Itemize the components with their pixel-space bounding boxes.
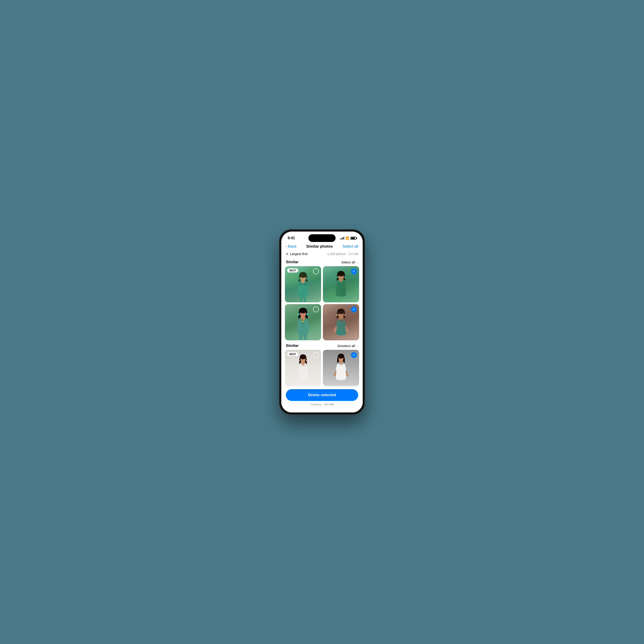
photo-2-selection[interactable] (351, 268, 357, 274)
status-time: 9:41 (288, 236, 295, 240)
photo-1-best-badge: BEST (287, 268, 298, 272)
section-2-header: Similar Deselect all ⌄ (285, 341, 359, 350)
status-icons: 📶 (340, 237, 356, 240)
section-2-photo-grid: BEST (285, 350, 359, 386)
svg-point-24 (299, 360, 300, 361)
photo-item-1[interactable]: BEST (285, 266, 321, 302)
svg-point-14 (298, 313, 300, 315)
section-2-chevron-icon: ⌄ (356, 344, 358, 347)
photo-item-5[interactable]: BEST (285, 350, 321, 386)
phone-screen: 9:41 📶 ‹ Back Similar photos Select all (281, 232, 363, 412)
section-1-photo-grid: BEST (285, 266, 359, 340)
photo-item-2[interactable] (323, 266, 359, 302)
phone-frame: 9:41 📶 ‹ Back Similar photos Select all (279, 229, 365, 415)
sort-bar: ⇅ Largest first 1,000 photos · 2.4 GB (281, 251, 363, 258)
svg-rect-23 (302, 363, 305, 365)
photo-item-6[interactable] (323, 350, 359, 386)
bottom-info: 3 photos · 300 MB (286, 403, 358, 406)
svg-point-25 (306, 360, 307, 361)
svg-point-11 (299, 308, 307, 313)
svg-rect-28 (339, 362, 342, 364)
section-1-title: Similar (286, 260, 299, 264)
svg-point-22 (300, 354, 306, 359)
photo-item-4[interactable] (323, 304, 359, 340)
svg-point-27 (338, 354, 344, 359)
section-1-action-label: Select all (341, 260, 355, 264)
section-2-deselect-all-button[interactable]: Deselect all ⌄ (337, 344, 358, 348)
wifi-icon: 📶 (346, 237, 349, 240)
section-2-title: Similar (286, 343, 299, 348)
photo-6-selection[interactable] (351, 352, 357, 358)
photo-5-selection[interactable] (313, 352, 319, 358)
sort-label: Largest first (290, 252, 308, 256)
photo-5-best-badge: BEST (287, 352, 298, 356)
photo-4-selection[interactable] (351, 306, 357, 312)
photo-item-3[interactable] (285, 304, 321, 340)
bottom-action-area: Delete selected 3 photos · 300 MB (281, 386, 363, 412)
photo-6-figure (329, 353, 353, 386)
sort-control[interactable]: ⇅ Largest first (286, 252, 308, 256)
nav-bar: ‹ Back Similar photos Select all (281, 243, 363, 251)
back-label: Back (288, 244, 297, 249)
section-1-header: Similar Select all ⌄ (285, 258, 359, 266)
battery-icon (350, 237, 356, 240)
signal-icon (340, 237, 344, 239)
back-button[interactable]: ‹ Back (286, 244, 296, 249)
sort-icon: ⇅ (286, 252, 289, 256)
section-1-chevron-icon: ⌄ (356, 260, 358, 264)
photo-1-selection[interactable] (313, 268, 319, 274)
sort-info: 1,000 photos · 2.4 GB (327, 252, 358, 256)
section-2-action-label: Deselect all (337, 344, 355, 348)
photo-3-selection[interactable] (313, 306, 319, 312)
nav-title: Similar photos (306, 244, 333, 249)
dynamic-island (308, 234, 336, 242)
delete-selected-button[interactable]: Delete selected (286, 389, 358, 401)
back-chevron-icon: ‹ (286, 244, 287, 249)
photo-5-figure (290, 354, 316, 386)
svg-rect-12 (301, 317, 305, 320)
section-1-select-all-button[interactable]: Select all ⌄ (341, 260, 358, 264)
svg-point-13 (302, 321, 304, 322)
nav-select-all-button[interactable]: Select all (343, 244, 358, 249)
svg-point-15 (306, 313, 308, 315)
photo-3-figure (289, 308, 317, 340)
